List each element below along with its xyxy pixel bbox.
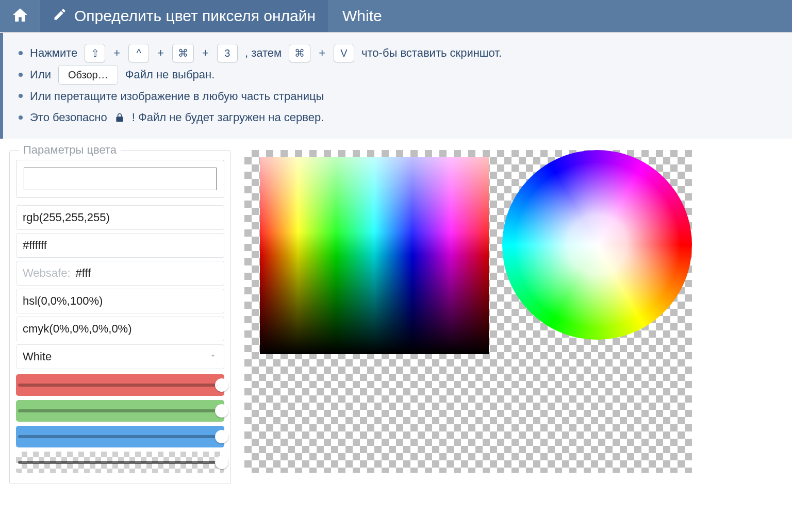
page-title: Определить цвет пикселя онлайн (74, 7, 316, 25)
pencil-icon (53, 7, 67, 25)
info-line-drag: Или перетащите изображение в любую часть… (13, 86, 782, 107)
slider-thumb[interactable] (215, 430, 228, 443)
info-line-browse: Или Обзор… Файл не выбран. (13, 64, 782, 86)
chevron-down-icon (208, 350, 218, 363)
websafe-label: Websafe: (23, 267, 71, 280)
key-3: 3 (217, 44, 238, 62)
current-color-name: White (328, 0, 397, 32)
rgb-input[interactable] (16, 205, 224, 230)
key-cmd2: ⌘ (289, 44, 310, 62)
bullet-icon (19, 73, 23, 77)
bullet-icon (19, 115, 23, 120)
key-ctrl: ^ (128, 44, 149, 62)
hex-input[interactable] (16, 233, 224, 258)
color-swatch[interactable] (24, 168, 217, 190)
slider-thumb[interactable] (215, 404, 228, 418)
websafe-value: #fff (76, 267, 91, 280)
hue-saturation-rect[interactable] (260, 157, 489, 354)
app-header: Определить цвет пикселя онлайн White (0, 0, 792, 32)
panel-legend: Параметры цвета (19, 143, 121, 157)
color-wheel[interactable] (502, 150, 692, 340)
browse-button[interactable]: Обзор… (58, 65, 118, 85)
slider-green[interactable] (16, 400, 224, 422)
info-line-safe: Это безопасно ! Файл не будет загружен н… (13, 107, 782, 128)
slider-thumb[interactable] (215, 456, 228, 469)
key-v: V (334, 44, 354, 62)
swatch-container (16, 160, 224, 198)
color-params-panel: Параметры цвета Websafe: #fff White (9, 150, 231, 484)
bullet-icon (19, 51, 23, 55)
home-icon (11, 6, 29, 26)
slider-alpha[interactable] (16, 452, 224, 473)
lock-icon (114, 112, 125, 123)
hsl-input[interactable] (16, 289, 224, 313)
info-panel: Нажмите ⇧ + ^ + ⌘ + 3 , затем ⌘ + V что-… (0, 33, 792, 139)
color-name-select[interactable]: White (16, 344, 224, 369)
canvas-area (244, 150, 783, 473)
home-button[interactable] (0, 0, 40, 32)
websafe-row: Websafe: #fff (16, 261, 224, 286)
file-status: Файл не выбран. (125, 64, 215, 86)
slider-blue[interactable] (16, 426, 224, 447)
slider-red[interactable] (16, 374, 224, 396)
key-shift: ⇧ (85, 44, 105, 62)
image-canvas[interactable] (244, 150, 692, 473)
slider-thumb[interactable] (215, 378, 228, 392)
key-cmd: ⌘ (172, 44, 194, 62)
color-name-value: White (23, 350, 52, 363)
bullet-icon (19, 94, 23, 98)
page-title-block[interactable]: Определить цвет пикселя онлайн (40, 0, 328, 32)
cmyk-input[interactable] (16, 317, 224, 341)
info-line-shortcut: Нажмите ⇧ + ^ + ⌘ + 3 , затем ⌘ + V что-… (13, 42, 782, 64)
